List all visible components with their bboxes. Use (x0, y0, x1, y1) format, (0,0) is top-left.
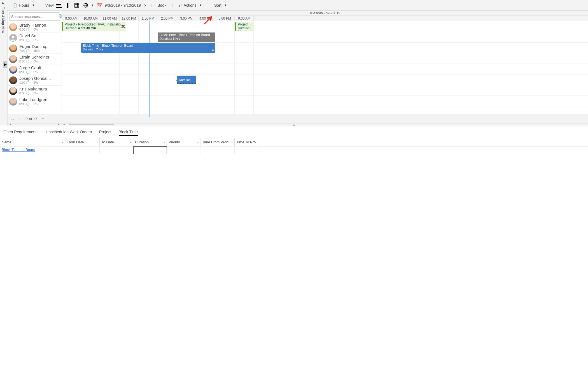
grid-rows (62, 21, 385, 117)
expand-filter-icon[interactable]: ▶ (2, 1, 4, 5)
cell-name[interactable]: Block Time on Board (0, 146, 65, 154)
search-input[interactable] (11, 15, 58, 19)
resource-item[interactable]: Brady Hannon 0:00 🕓0% (8, 22, 62, 32)
cell-duration-editing[interactable] (133, 146, 167, 154)
caret-down-icon: ▼ (32, 4, 35, 7)
resource-item[interactable]: Efrain Schreiner 0:00 🕓0% (8, 54, 62, 64)
booking-project-nextday[interactable]: Project - Pre... Duration: 4 h (235, 22, 254, 31)
avatar (9, 76, 17, 84)
panel-splitter[interactable]: ▼ (0, 124, 385, 127)
tab-block-time[interactable]: Block Time (119, 130, 138, 136)
column-menu-icon[interactable]: ▾ (231, 141, 233, 144)
hours-dropdown[interactable]: 🕓 Hours ▼ (11, 2, 36, 9)
filter-map-panel-collapsed: ▶ Filter & Map View ▶ (0, 0, 7, 125)
column-menu-icon[interactable]: ▾ (130, 141, 131, 144)
col-duration[interactable]: Duration▾ (133, 138, 167, 146)
book-button[interactable]: Book (156, 2, 168, 9)
tab-unscheduled-work-orders[interactable]: Unscheduled Work Orders (46, 130, 92, 136)
hour-row: 9:00 AM 10:00 AM 11:00 AM 12:00 PM 1:00 … (62, 16, 385, 21)
cell-from-date[interactable] (65, 146, 100, 154)
cell-time-from-promised[interactable] (200, 146, 235, 154)
svg-rect-6 (75, 3, 79, 7)
page-down-icon[interactable]: ﹀ (41, 116, 45, 122)
cell-time-to-promised[interactable] (235, 146, 260, 154)
resource-list: Brady Hannon 0:00 🕓0% David So 3:00 🕓6% … (8, 22, 62, 122)
day-divider (235, 21, 235, 117)
timeline: Tuesday - 9/3/2019 9:00 AM 10:00 AM 11:0… (62, 11, 385, 125)
booking-project[interactable]: Project - Pre-booked HVAC Installation P… (62, 22, 126, 31)
current-time-indicator (150, 21, 150, 117)
close-icon[interactable]: ✕ (121, 24, 125, 30)
col-from-date[interactable]: From Date▾ (65, 138, 100, 146)
col-time-to-promised[interactable]: Time To Pro (235, 138, 260, 146)
resource-item[interactable]: Jorge Gault 0:00 🕓0% (8, 64, 62, 75)
resource-item[interactable]: David So 3:00 🕓6% (8, 32, 62, 43)
resource-name: Brady Hannon (19, 23, 46, 27)
col-name[interactable]: Name↑ ▾ (0, 138, 65, 146)
cell-priority[interactable] (167, 146, 200, 154)
clock-icon: 🕓 (26, 102, 29, 106)
separator: | (208, 3, 209, 7)
tab-project[interactable]: Project (99, 130, 111, 136)
col-time-from-promised[interactable]: Time From Promised▾ (200, 138, 235, 146)
clock-icon: 🕓 (26, 92, 29, 95)
clock-icon: 🕓 (26, 28, 29, 31)
sort-dropdown[interactable]: Sort ▼ (213, 2, 229, 9)
resource-name: Luke Lundgren (19, 97, 47, 102)
hour-cell: 9:00 AM (62, 16, 81, 21)
page-up-icon[interactable]: ︿ (11, 116, 15, 122)
booking-block-time[interactable]: Block Time - Block Time on Board Duratio… (158, 32, 216, 42)
hour-cell: 10:00 AM (81, 16, 101, 21)
avatar (9, 23, 17, 31)
resource-name: Kris Nakamura (19, 87, 47, 91)
filter-collapse-handle[interactable]: ▶ (3, 61, 7, 68)
view-list-icon[interactable] (56, 3, 62, 8)
grid-row[interactable]: Block Time on Board (0, 146, 385, 154)
actions-dropdown[interactable]: ⇄ Actions ▼ (177, 2, 204, 9)
column-menu-icon[interactable]: ▾ (62, 141, 63, 144)
resource-item[interactable]: Edgar Dominq... 7:00 🕓15% (8, 43, 62, 54)
resource-item[interactable]: Luke Lundgren 0:00 🕓0% (8, 96, 62, 107)
booking-drag-preview[interactable]: ↔ Duration: (177, 76, 196, 84)
clock-icon: 🕓 (12, 3, 17, 8)
timeline-body[interactable]: Project - Pre-booked HVAC Installation P… (62, 21, 385, 117)
resource-name: Jorge Gault (19, 66, 41, 70)
resource-name: Edgar Dominq... (19, 44, 50, 48)
col-to-date[interactable]: To Date▾ (100, 138, 133, 146)
search-resources[interactable]: 🔍 (9, 12, 60, 21)
date-range[interactable]: 9/3/2019 - 9/10/2019 (105, 3, 141, 8)
column-menu-icon[interactable]: ▾ (96, 141, 98, 144)
resize-horizontal-icon: ↔ (174, 78, 178, 83)
column-menu-icon[interactable]: ▾ (164, 141, 165, 144)
booking-block-time[interactable]: Block Time - Block Time on Board Duratio… (81, 43, 216, 53)
bottom-grid: Name↑ ▾ From Date▾ To Date▾ Duration▾ Pr… (0, 138, 385, 154)
clock-icon: 🕓 (26, 81, 29, 84)
cell-to-date[interactable] (100, 146, 133, 154)
resource-item[interactable]: Kris Nakamura 0:00 🕓0% (8, 86, 62, 96)
col-priority[interactable]: Priority▾ (167, 138, 200, 146)
caret-down-icon: ▼ (199, 4, 202, 7)
swap-icon: ⇄ (179, 3, 182, 8)
pager: ︿ 1 - 17 of 17 ﹀ (7, 114, 385, 124)
day-header: Tuesday - 9/3/2019 (62, 11, 385, 16)
avatar (9, 98, 17, 106)
view-grid-icon[interactable] (74, 3, 80, 8)
bottom-tabs: Open Requirements Unscheduled Work Order… (0, 127, 385, 138)
hour-cell: 1:00 PM (139, 16, 158, 21)
date-next-button[interactable]: › (143, 2, 147, 8)
tab-open-requirements[interactable]: Open Requirements (3, 130, 38, 136)
hour-cell: 2:00 PM (158, 16, 177, 21)
grid-header: Name↑ ▾ From Date▾ To Date▾ Duration▾ Pr… (0, 138, 385, 146)
pager-text: 1 - 17 of 17 (19, 117, 37, 121)
column-menu-icon[interactable]: ▾ (197, 141, 199, 144)
separator: | (172, 3, 173, 7)
view-vertical-icon[interactable] (65, 3, 71, 8)
date-prev-button[interactable]: ‹ (91, 2, 95, 8)
resource-item[interactable]: Joseph Gonsal... 1:00 🕓2% (8, 75, 62, 86)
resource-name: Efrain Schreiner (19, 55, 50, 59)
toolbar: 🕓 Hours ▼ | View ‹ 📅 9/3/2019 - 9/10/201… (7, 0, 385, 11)
separator: | (40, 3, 41, 7)
view-map-icon[interactable] (83, 3, 88, 8)
svg-point-14 (12, 36, 14, 38)
calendar-icon[interactable]: 📅 (97, 3, 102, 8)
